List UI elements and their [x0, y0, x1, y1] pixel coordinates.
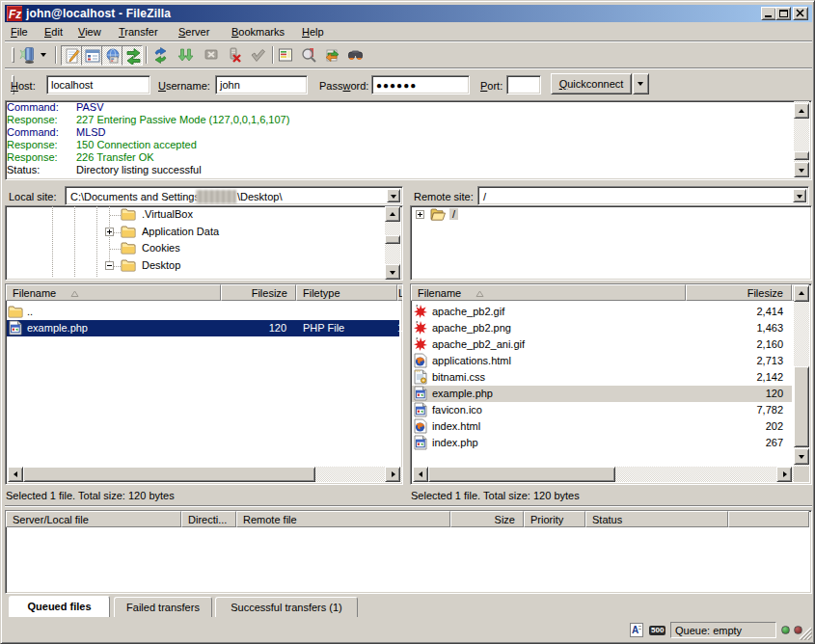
svg-text:Fz: Fz [9, 8, 21, 21]
